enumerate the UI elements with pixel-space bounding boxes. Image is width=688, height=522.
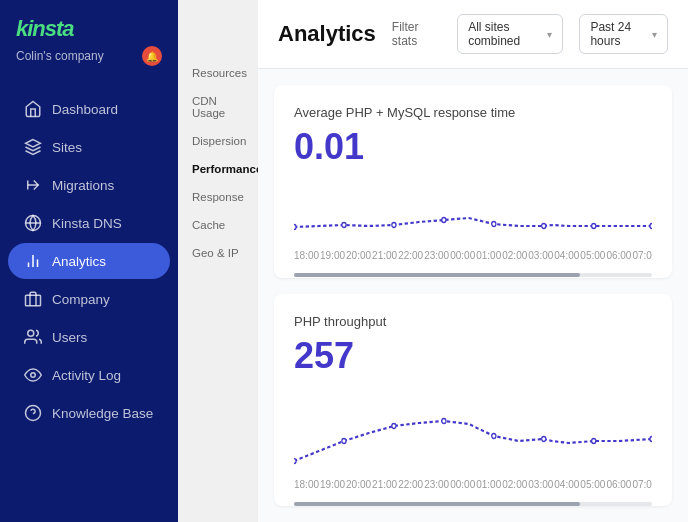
svg-point-20 <box>342 438 346 443</box>
company-name: Colin's company <box>16 49 104 63</box>
svg-point-16 <box>542 224 546 229</box>
sub-nav-resources[interactable]: Resources <box>182 60 254 86</box>
page-title: Analytics <box>278 21 376 47</box>
building-icon <box>24 290 42 308</box>
eye-icon <box>24 366 42 384</box>
sidebar-item-label-migrations: Migrations <box>52 178 114 193</box>
sidebar-item-migrations[interactable]: Migrations <box>8 167 170 203</box>
sub-navigation: Resources CDN Usage Dispersion Performan… <box>178 0 258 522</box>
svg-point-15 <box>492 222 496 227</box>
svg-point-18 <box>650 224 652 229</box>
sub-nav-dispersion[interactable]: Dispersion <box>182 128 254 154</box>
filter-site-value: All sites combined <box>468 20 541 48</box>
sidebar-item-label-analytics: Analytics <box>52 254 106 269</box>
filter-time-select[interactable]: Past 24 hours ▾ <box>579 14 668 54</box>
home-icon <box>24 100 42 118</box>
chart-php-throughput-time-labels: 18:00 19:00 20:00 21:00 22:00 23:00 00:0… <box>294 475 652 498</box>
sidebar-item-users[interactable]: Users <box>8 319 170 355</box>
users-icon <box>24 328 42 346</box>
sidebar-item-label-users: Users <box>52 330 87 345</box>
chart-php-mysql-scrollbar[interactable] <box>294 273 652 277</box>
chart-php-throughput-scrollbar[interactable] <box>294 502 652 506</box>
chart-php-mysql-value: 0.01 <box>294 126 652 168</box>
sidebar-item-activity-log[interactable]: Activity Log <box>8 357 170 393</box>
company-row: Colin's company 🔔 <box>16 46 162 66</box>
svg-point-26 <box>650 436 652 441</box>
svg-point-14 <box>442 218 446 223</box>
sidebar-item-label-dashboard: Dashboard <box>52 102 118 117</box>
svg-point-24 <box>542 436 546 441</box>
sub-nav-response[interactable]: Response <box>182 184 254 210</box>
svg-point-21 <box>392 423 396 428</box>
filter-stats-label: Filter stats <box>392 20 435 48</box>
svg-point-23 <box>492 433 496 438</box>
layers-icon <box>24 138 42 156</box>
main-header: Analytics Filter stats All sites combine… <box>258 0 688 69</box>
svg-point-8 <box>31 373 36 378</box>
sidebar-item-company[interactable]: Company <box>8 281 170 317</box>
sidebar: kinsta Colin's company 🔔 Dashboard Sites… <box>0 0 178 522</box>
globe-icon <box>24 214 42 232</box>
filter-site-select[interactable]: All sites combined ▾ <box>457 14 563 54</box>
chevron-down-icon-2: ▾ <box>652 29 657 40</box>
sidebar-item-label-kinsta-dns: Kinsta DNS <box>52 216 122 231</box>
chart-php-mysql-graph <box>294 182 652 246</box>
svg-point-17 <box>592 224 596 229</box>
sub-nav-performance[interactable]: Performance <box>182 156 254 182</box>
chart-php-mysql-time-labels: 18:00 19:00 20:00 21:00 22:00 23:00 00:0… <box>294 246 652 269</box>
svg-point-25 <box>592 438 596 443</box>
svg-marker-0 <box>26 140 41 148</box>
sub-nav-geo-ip[interactable]: Geo & IP <box>182 240 254 266</box>
filter-time-value: Past 24 hours <box>590 20 646 48</box>
chart-php-mysql: Average PHP + MySQL response time 0.01 <box>274 85 672 278</box>
sidebar-item-kinsta-dns[interactable]: Kinsta DNS <box>8 205 170 241</box>
main-content: Analytics Filter stats All sites combine… <box>258 0 688 522</box>
sub-nav-cache[interactable]: Cache <box>182 212 254 238</box>
sidebar-logo-area: kinsta Colin's company 🔔 <box>0 0 178 74</box>
chart-php-throughput: PHP throughput 257 18:00 19:00 2 <box>274 294 672 506</box>
chart-php-throughput-value: 257 <box>294 335 652 377</box>
chart-php-mysql-title: Average PHP + MySQL response time <box>294 105 652 120</box>
notification-bell-icon[interactable]: 🔔 <box>142 46 162 66</box>
charts-area: Average PHP + MySQL response time 0.01 <box>258 69 688 522</box>
logo: kinsta <box>16 16 162 42</box>
sidebar-item-label-knowledge-base: Knowledge Base <box>52 406 153 421</box>
svg-rect-6 <box>26 295 41 306</box>
svg-point-13 <box>392 223 396 228</box>
migrations-icon <box>24 176 42 194</box>
sidebar-item-sites[interactable]: Sites <box>8 129 170 165</box>
svg-point-11 <box>294 225 296 230</box>
svg-point-19 <box>294 458 296 463</box>
svg-point-12 <box>342 223 346 228</box>
sidebar-item-analytics[interactable]: Analytics <box>8 243 170 279</box>
chart-php-throughput-title: PHP throughput <box>294 314 652 329</box>
chevron-down-icon: ▾ <box>547 29 552 40</box>
svg-point-22 <box>442 418 446 423</box>
help-circle-icon <box>24 404 42 422</box>
svg-point-7 <box>28 330 34 336</box>
sidebar-item-label-activity-log: Activity Log <box>52 368 121 383</box>
main-nav: Dashboard Sites Migrations Kinsta DNS An… <box>0 90 178 432</box>
sidebar-item-knowledge-base[interactable]: Knowledge Base <box>8 395 170 431</box>
chart-php-throughput-graph <box>294 391 652 475</box>
sidebar-item-label-company: Company <box>52 292 110 307</box>
sidebar-item-label-sites: Sites <box>52 140 82 155</box>
sidebar-item-dashboard[interactable]: Dashboard <box>8 91 170 127</box>
sub-nav-cdn-usage[interactable]: CDN Usage <box>182 88 254 126</box>
chart-icon <box>24 252 42 270</box>
